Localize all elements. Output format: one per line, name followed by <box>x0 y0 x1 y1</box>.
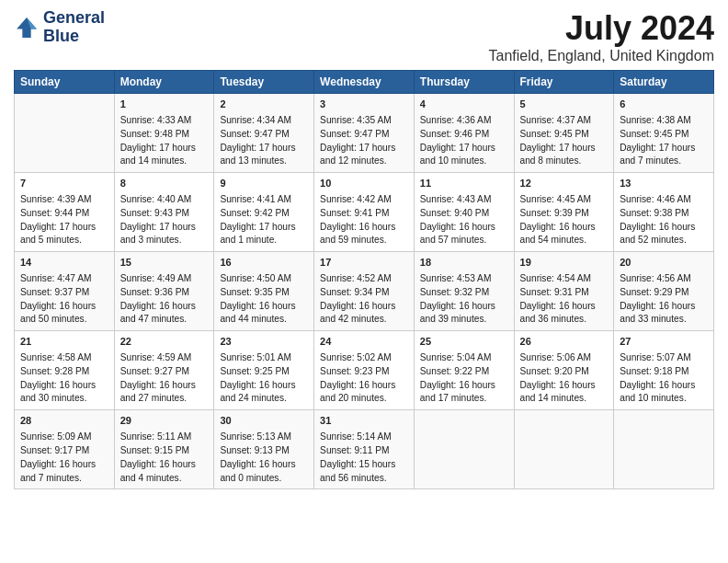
cell-line: Sunset: 9:48 PM <box>120 128 209 142</box>
cell-line: and 27 minutes. <box>120 392 209 406</box>
cell-line: Daylight: 15 hours <box>320 458 408 472</box>
cell-line: and 42 minutes. <box>320 313 408 327</box>
day-number: 20 <box>620 256 708 270</box>
cell-line: Sunrise: 5:13 AM <box>220 431 308 444</box>
calendar-cell: 4Sunrise: 4:36 AMSunset: 9:46 PMDaylight… <box>414 94 514 173</box>
cell-line: Daylight: 16 hours <box>20 379 108 393</box>
day-number: 12 <box>520 177 609 191</box>
cell-line: Sunrise: 4:45 AM <box>520 193 609 207</box>
col-header-saturday: Saturday <box>614 71 714 94</box>
cell-line: Sunrise: 4:39 AM <box>20 193 108 207</box>
cell-line: and 30 minutes. <box>20 392 108 406</box>
calendar-cell: 13Sunrise: 4:46 AMSunset: 9:38 PMDayligh… <box>614 173 714 252</box>
day-number: 23 <box>220 335 308 350</box>
day-number: 6 <box>620 98 708 112</box>
page: General Blue July 2024 Tanfield, England… <box>0 0 728 563</box>
subtitle: Tanfield, England, United Kingdom <box>489 48 715 64</box>
day-number: 18 <box>420 256 508 270</box>
cell-line: Sunset: 9:23 PM <box>320 365 408 379</box>
cell-line: Daylight: 17 hours <box>420 142 508 155</box>
cell-line: Sunset: 9:40 PM <box>420 207 508 221</box>
cell-line: Daylight: 16 hours <box>520 379 609 393</box>
cell-line: Daylight: 16 hours <box>220 458 308 472</box>
cell-line: Daylight: 16 hours <box>620 221 708 235</box>
calendar-cell: 1Sunrise: 4:33 AMSunset: 9:48 PMDaylight… <box>114 94 214 173</box>
day-number: 10 <box>320 177 408 191</box>
cell-line: and 7 minutes. <box>20 472 108 486</box>
cell-line: Sunrise: 5:06 AM <box>520 351 609 365</box>
cell-line: Sunrise: 4:40 AM <box>120 193 209 207</box>
calendar-cell: 30Sunrise: 5:13 AMSunset: 9:13 PMDayligh… <box>214 410 314 489</box>
cell-line: Sunset: 9:17 PM <box>20 444 108 458</box>
cell-line: Daylight: 16 hours <box>20 300 108 314</box>
day-number: 14 <box>20 256 108 270</box>
col-header-tuesday: Tuesday <box>214 71 314 94</box>
day-number: 15 <box>120 256 209 270</box>
cell-line: and 4 minutes. <box>120 472 209 486</box>
calendar-row: 21Sunrise: 4:58 AMSunset: 9:28 PMDayligh… <box>15 331 714 410</box>
calendar-cell <box>614 410 714 489</box>
cell-line: Sunset: 9:11 PM <box>320 444 408 458</box>
day-number: 21 <box>20 335 108 350</box>
cell-line: Sunrise: 5:02 AM <box>320 351 408 365</box>
calendar-cell: 11Sunrise: 4:43 AMSunset: 9:40 PMDayligh… <box>414 173 514 252</box>
calendar-row: 7Sunrise: 4:39 AMSunset: 9:44 PMDaylight… <box>15 173 714 252</box>
cell-line: Sunset: 9:47 PM <box>320 128 408 142</box>
general-blue-icon <box>14 15 40 40</box>
cell-line: Daylight: 17 hours <box>20 221 108 235</box>
day-number: 1 <box>120 98 209 112</box>
calendar-cell: 26Sunrise: 5:06 AMSunset: 9:20 PMDayligh… <box>514 331 614 410</box>
cell-line: and 5 minutes. <box>20 234 108 247</box>
cell-line: Daylight: 16 hours <box>320 379 408 393</box>
calendar-cell: 27Sunrise: 5:07 AMSunset: 9:18 PMDayligh… <box>614 331 714 410</box>
calendar-cell: 17Sunrise: 4:52 AMSunset: 9:34 PMDayligh… <box>314 252 415 331</box>
cell-line: Sunrise: 4:59 AM <box>120 351 209 365</box>
calendar-cell: 8Sunrise: 4:40 AMSunset: 9:43 PMDaylight… <box>114 173 214 252</box>
main-title: July 2024 <box>489 9 715 48</box>
day-number: 16 <box>220 256 308 270</box>
cell-line: and 36 minutes. <box>520 313 609 327</box>
cell-line: Sunrise: 4:53 AM <box>420 272 508 286</box>
day-number: 26 <box>520 335 609 350</box>
cell-line: and 59 minutes. <box>320 234 408 247</box>
calendar-cell: 6Sunrise: 4:38 AMSunset: 9:45 PMDaylight… <box>614 94 714 173</box>
cell-line: Daylight: 17 hours <box>120 221 209 235</box>
cell-line: Sunset: 9:37 PM <box>20 286 108 300</box>
cell-line: Sunset: 9:41 PM <box>320 207 408 221</box>
calendar-cell: 5Sunrise: 4:37 AMSunset: 9:45 PMDaylight… <box>514 94 614 173</box>
day-number: 4 <box>420 98 508 112</box>
cell-line: Daylight: 17 hours <box>220 142 308 155</box>
cell-line: and 57 minutes. <box>420 234 508 247</box>
calendar-cell: 18Sunrise: 4:53 AMSunset: 9:32 PMDayligh… <box>414 252 514 331</box>
title-area: July 2024 Tanfield, England, United King… <box>489 9 715 64</box>
cell-line: and 56 minutes. <box>320 472 408 486</box>
calendar-cell: 21Sunrise: 4:58 AMSunset: 9:28 PMDayligh… <box>15 331 115 410</box>
cell-line: Sunset: 9:25 PM <box>220 365 308 379</box>
cell-line: Sunset: 9:13 PM <box>220 444 308 458</box>
col-header-friday: Friday <box>514 71 614 94</box>
day-number: 31 <box>320 414 408 429</box>
cell-line: Sunrise: 4:49 AM <box>120 272 209 286</box>
col-header-wednesday: Wednesday <box>314 71 415 94</box>
cell-line: Sunrise: 4:56 AM <box>620 272 708 286</box>
cell-line: Daylight: 16 hours <box>620 379 708 393</box>
day-number: 11 <box>420 177 508 191</box>
calendar-cell: 19Sunrise: 4:54 AMSunset: 9:31 PMDayligh… <box>514 252 614 331</box>
calendar-row: 28Sunrise: 5:09 AMSunset: 9:17 PMDayligh… <box>15 410 714 489</box>
cell-line: Sunrise: 4:38 AM <box>620 114 708 128</box>
day-number: 3 <box>320 98 408 112</box>
calendar-cell: 14Sunrise: 4:47 AMSunset: 9:37 PMDayligh… <box>15 252 115 331</box>
calendar-cell: 10Sunrise: 4:42 AMSunset: 9:41 PMDayligh… <box>314 173 415 252</box>
calendar-cell: 22Sunrise: 4:59 AMSunset: 9:27 PMDayligh… <box>114 331 214 410</box>
cell-line: Sunset: 9:18 PM <box>620 365 708 379</box>
day-number: 25 <box>420 335 508 350</box>
cell-line: and 17 minutes. <box>420 392 508 406</box>
cell-line: and 14 minutes. <box>520 392 609 406</box>
calendar-cell: 23Sunrise: 5:01 AMSunset: 9:25 PMDayligh… <box>214 331 314 410</box>
day-number: 17 <box>320 256 408 270</box>
cell-line: Daylight: 16 hours <box>520 221 609 235</box>
day-number: 30 <box>220 414 308 429</box>
cell-line: and 44 minutes. <box>220 313 308 327</box>
cell-line: Daylight: 17 hours <box>220 221 308 235</box>
day-number: 9 <box>220 177 308 191</box>
